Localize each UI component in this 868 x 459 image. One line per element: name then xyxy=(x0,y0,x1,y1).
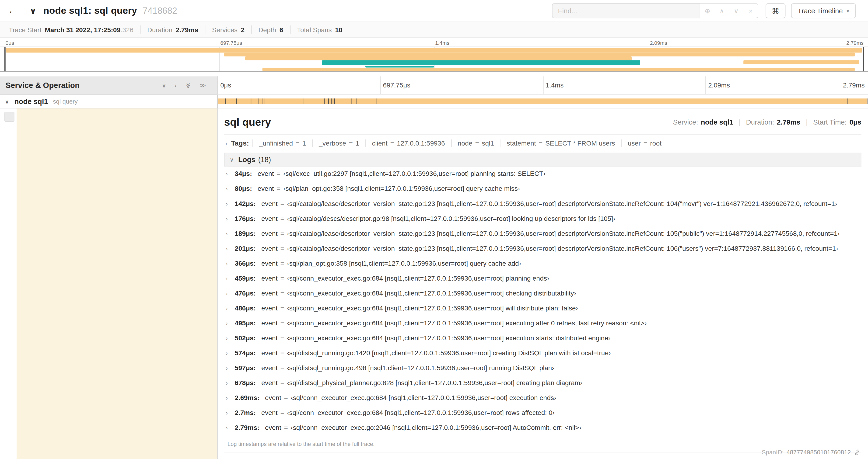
span-detail-panel: sql query Service: node sql1 | Duration:… xyxy=(217,108,868,459)
span-service-name: node sql1 xyxy=(14,97,48,105)
log-field-value: ‹sql/catalog/descs/descriptor.go:98 [nsq… xyxy=(287,215,615,223)
collapse-one-icon[interactable]: ∨ xyxy=(162,81,166,89)
tag-value: SELECT * FROM users xyxy=(545,139,615,147)
log-entry[interactable]: ›142μs:event=‹sql/catalog/lease/descript… xyxy=(226,200,862,215)
equals-sign: = xyxy=(280,334,284,342)
log-entry[interactable]: ›486μs:event=‹sql/conn_executor_exec.go:… xyxy=(226,304,862,319)
log-entry[interactable]: ›597μs:event=‹sql/distsql_running.go:498… xyxy=(226,364,862,379)
log-entry[interactable]: ›34μs:event=‹sql/exec_util.go:2297 [nsql… xyxy=(226,170,862,185)
expand-one-icon[interactable]: › xyxy=(175,81,177,89)
logs-accordion-header[interactable]: ∨ Logs (18) xyxy=(224,153,862,167)
chevron-right-icon: › xyxy=(226,291,235,297)
log-entry[interactable]: ›678μs:event=‹sql/distsql_physical_plann… xyxy=(226,379,862,394)
equals-sign: = xyxy=(280,230,284,237)
tags-accordion[interactable]: › Tags: _unfinished=1_verbose=1client=12… xyxy=(224,135,862,151)
tag-value: 1 xyxy=(355,139,359,147)
minimap-scrubber-handle-left[interactable] xyxy=(4,47,6,71)
ruler-tick-label: 697.75μs xyxy=(383,81,410,89)
log-entry[interactable]: ›476μs:event=‹sql/conn_executor_exec.go:… xyxy=(226,289,862,304)
view-selector-dropdown[interactable]: Trace Timeline ▾ xyxy=(791,3,856,18)
log-field-key: event xyxy=(257,170,274,177)
tag-key: _verbose xyxy=(319,139,346,147)
log-field-key: event xyxy=(261,245,278,252)
keyboard-shortcuts-button[interactable]: ⌘ xyxy=(766,3,785,18)
log-entry[interactable]: ›189μs:event=‹sql/catalog/lease/descript… xyxy=(226,230,862,245)
collapse-all-icon[interactable]: ≫ xyxy=(185,82,192,88)
equals-sign: = xyxy=(475,139,479,147)
log-field-key: event xyxy=(261,349,278,357)
log-field-value: ‹sql/exec_util.go:2297 [nsql1,client=127… xyxy=(283,170,546,177)
chevron-down-icon[interactable]: ∨ xyxy=(5,98,14,104)
log-field-key: event xyxy=(257,185,274,192)
timeline-ruler: 0μs697.75μs1.4ms2.09ms2.79ms xyxy=(217,76,868,94)
trace-collapse-chevron-icon[interactable]: ∨ xyxy=(30,6,36,15)
equals-sign: = xyxy=(280,260,284,267)
log-field-value: ‹sql/conn_executor_exec.go:684 [nsql1,cl… xyxy=(287,409,555,417)
span-detail-meta: Service: node sql1 | Duration: 2.79ms | … xyxy=(673,119,862,126)
log-tick xyxy=(303,98,303,104)
summary-label: Total Spans xyxy=(297,26,332,33)
log-field-value: ‹sql/distsql_running.go:1420 [nsql1,clie… xyxy=(287,349,611,357)
log-timestamp: 495μs: xyxy=(235,319,256,327)
summary-item: Depth6 xyxy=(251,25,290,34)
span-detail-header: sql query Service: node sql1 | Duration:… xyxy=(224,108,862,135)
span-row-label[interactable]: ∨ node sql1 sql query xyxy=(0,95,217,108)
log-entry[interactable]: ›495μs:event=‹sql/conn_executor_exec.go:… xyxy=(226,319,862,334)
log-entry[interactable]: ›2.7ms:event=‹sql/conn_executor_exec.go:… xyxy=(226,409,862,424)
log-entry[interactable]: ›176μs:event=‹sql/catalog/descs/descript… xyxy=(226,215,862,230)
span-duration-bar[interactable] xyxy=(218,98,868,104)
log-tick xyxy=(357,98,357,104)
children-indicator[interactable] xyxy=(4,112,14,122)
summary-label: Duration xyxy=(147,26,173,33)
top-header: ← ∨ node sql1: sql query 7418682 ⊕∧∨× ⌘ … xyxy=(0,0,868,22)
log-field-value: ‹sql/conn_executor_exec.go:2046 [nsql1,c… xyxy=(291,424,582,431)
minimap-tick-label: 1.4ms xyxy=(434,40,450,46)
minimap-scrubber-handle-right[interactable] xyxy=(863,47,864,71)
equals-sign: = xyxy=(280,349,284,357)
expand-all-icon[interactable]: ≫ xyxy=(199,81,206,89)
summary-label: Trace Start xyxy=(9,26,41,33)
equals-sign: = xyxy=(280,304,284,312)
tags-label: Tags: xyxy=(231,139,249,147)
tag-item: _unfinished=1 xyxy=(252,139,312,147)
previous-result-icon[interactable]: ∧ xyxy=(715,4,729,18)
content-area: sql query Service: node sql1 | Duration:… xyxy=(0,108,868,459)
span-id-footer: SpanID: 4877749850101760812 xyxy=(762,449,861,456)
service-operation-title: Service & Operation xyxy=(6,81,80,90)
equals-sign: = xyxy=(280,200,284,207)
span-row-track[interactable] xyxy=(217,95,868,108)
log-entry[interactable]: ›2.69ms:event=‹sql/conn_executor_exec.go… xyxy=(226,394,862,409)
ruler-tick-label: 1.4ms xyxy=(546,81,564,89)
clear-search-icon[interactable]: × xyxy=(743,4,758,18)
find-input[interactable] xyxy=(552,3,700,18)
log-timestamp: 2.7ms: xyxy=(235,409,256,417)
chevron-right-icon: › xyxy=(226,216,235,222)
log-entry[interactable]: ›201μs:event=‹sql/catalog/lease/descript… xyxy=(226,245,862,260)
minimap-span-bar xyxy=(322,60,640,65)
log-timestamp: 189μs: xyxy=(235,230,256,237)
log-entry[interactable]: ›366μs:event=‹sql/plan_opt.go:358 [nsql1… xyxy=(226,260,862,274)
minimap-canvas[interactable] xyxy=(0,46,868,72)
header-controls: ⊕∧∨× ⌘ Trace Timeline ▾ xyxy=(552,3,856,18)
next-result-icon[interactable]: ∨ xyxy=(729,4,743,18)
trace-summary-bar: Trace StartMarch 31 2022, 17:25:09.326Du… xyxy=(0,22,868,38)
log-entry[interactable]: ›574μs:event=‹sql/distsql_running.go:142… xyxy=(226,349,862,364)
link-icon[interactable] xyxy=(854,449,861,456)
log-tick xyxy=(376,98,376,104)
zoom-in-icon[interactable]: ⊕ xyxy=(700,4,715,18)
log-entry[interactable]: ›80μs:event=‹sql/plan_opt.go:358 [nsql1,… xyxy=(226,185,862,200)
summary-item: Services2 xyxy=(205,25,251,34)
log-entry[interactable]: ›459μs:event=‹sql/conn_executor_exec.go:… xyxy=(226,274,862,289)
back-button[interactable]: ← xyxy=(8,5,22,17)
view-selector-label: Trace Timeline xyxy=(798,7,843,15)
tag-item: statement=SELECT * FROM users xyxy=(500,139,621,147)
span-row[interactable]: ∨ node sql1 sql query xyxy=(0,95,868,108)
tag-item: node=sql1 xyxy=(451,139,500,147)
log-field-value: ‹sql/conn_executor_exec.go:684 [nsql1,cl… xyxy=(287,319,647,327)
log-tick xyxy=(251,98,251,104)
log-tick xyxy=(261,98,262,104)
logs-label: Logs xyxy=(238,156,255,164)
log-entry[interactable]: ›502μs:event=‹sql/conn_executor_exec.go:… xyxy=(226,334,862,349)
log-entry[interactable]: ›2.79ms:event=‹sql/conn_executor_exec.go… xyxy=(226,424,862,439)
chevron-down-icon: ∨ xyxy=(230,157,234,163)
